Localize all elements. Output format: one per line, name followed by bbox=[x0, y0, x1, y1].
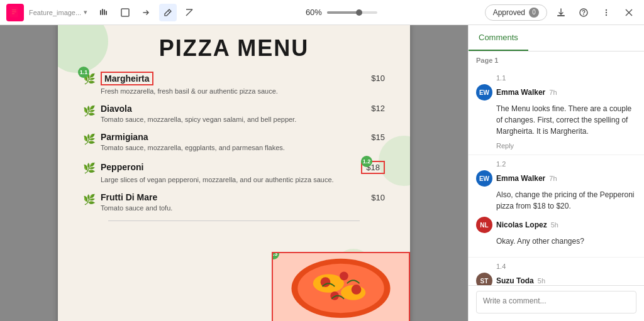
toolbar-center: 60% bbox=[203, 8, 479, 17]
avatar-nicolas: NL bbox=[476, 217, 492, 233]
svg-point-25 bbox=[321, 277, 331, 287]
comment-time-emma-2: 7h bbox=[549, 175, 557, 182]
menu-item-frutti: 🌿 Frutti Di Mare $10 Tomato sauce and to… bbox=[83, 192, 385, 213]
comment-time-emma-1: 7h bbox=[549, 89, 557, 96]
item-pepperoni-desc: Large slices of vegan pepperoni, mozzare… bbox=[101, 175, 385, 185]
item-frutti-content: Frutti Di Mare $10 Tomato sauce and tofu… bbox=[101, 192, 385, 213]
svg-point-17 bbox=[606, 14, 607, 15]
comment-input-area bbox=[469, 285, 644, 321]
svg-rect-2 bbox=[12, 11, 16, 13]
sidebar: Comments Page 1 1.1 EW Emma Walker 7h Th… bbox=[468, 25, 644, 321]
tab-comments[interactable]: Comments bbox=[469, 25, 528, 51]
svg-rect-7 bbox=[106, 11, 107, 15]
page-label: Page 1 bbox=[469, 52, 644, 67]
comment-item-suzu: ST Suzu Toda 5h Can we find another imag… bbox=[476, 273, 636, 285]
tab-bar: Comments bbox=[469, 25, 644, 51]
comments-list: 1.1 EW Emma Walker 7h The Menu looks fin… bbox=[469, 67, 644, 285]
comment-header-emma-1: EW Emma Walker 7h bbox=[476, 84, 636, 101]
menu-item-margheirta: 1.1 🌿 Margheirta $10 Fresh mozzarella, f… bbox=[83, 72, 385, 96]
pen-tool-button[interactable] bbox=[159, 4, 177, 21]
menu-divider bbox=[108, 220, 360, 221]
item-margheirta-name: Margheirta bbox=[101, 72, 153, 85]
comment-badge-1-2: 1.2 bbox=[361, 156, 372, 167]
hand-tool-button[interactable] bbox=[95, 4, 113, 21]
sidebar-header: Comments bbox=[469, 25, 644, 52]
comment-input[interactable] bbox=[476, 291, 636, 313]
main-area: PIZZA MENU 1.1 🌿 Margheirta $10 Fresh mo… bbox=[0, 25, 644, 321]
comment-item-emma-2: EW Emma Walker 7h Also, change the prici… bbox=[476, 170, 636, 212]
comment-header-nicolas: NL Nicolas Lopez 5h bbox=[476, 217, 636, 233]
reply-button-1-1[interactable]: Reply bbox=[496, 142, 636, 150]
svg-point-27 bbox=[352, 285, 362, 295]
zoom-percent: 60% bbox=[306, 8, 322, 17]
download-button[interactable] bbox=[552, 4, 570, 21]
comment-author-suzu: Suzu Toda bbox=[496, 276, 534, 285]
item-frutti-price: $10 bbox=[371, 193, 385, 202]
svg-line-9 bbox=[168, 11, 170, 13]
thread-number-1-1: 1.1 bbox=[496, 74, 636, 82]
file-name[interactable]: Feature_image... ▾ bbox=[29, 8, 87, 16]
document-area[interactable]: PIZZA MENU 1.1 🌿 Margheirta $10 Fresh mo… bbox=[0, 25, 468, 321]
avatar-suzu: ST bbox=[476, 273, 492, 285]
leaf-icon-5: 🌿 bbox=[83, 193, 96, 205]
comment-text-emma-2: Also, change the pricing of the Pepperon… bbox=[496, 189, 636, 212]
toolbar-left: Feature_image... ▾ bbox=[6, 4, 198, 21]
toolbar: Feature_image... ▾ 60% bbox=[0, 0, 644, 25]
comment-badge-1-1: 1.1 bbox=[78, 67, 89, 78]
svg-rect-6 bbox=[104, 9, 105, 15]
item-diavola-header: Diavola $12 bbox=[101, 104, 385, 114]
item-frutti-desc: Tomato sauce and tofu. bbox=[101, 204, 385, 213]
arrow-tool-button[interactable] bbox=[138, 4, 155, 21]
more-button[interactable] bbox=[597, 4, 615, 21]
item-frutti-name: Frutti Di Mare bbox=[101, 192, 157, 202]
avatar-emma-2: EW bbox=[476, 170, 492, 187]
toolbar-right: Approved 0 ? bbox=[485, 4, 638, 21]
svg-rect-3 bbox=[12, 13, 14, 14]
item-diavola-name: Diavola bbox=[101, 104, 132, 114]
comment-meta-nicolas: Nicolas Lopez 5h bbox=[496, 220, 558, 229]
comment-time-nicolas: 5h bbox=[551, 221, 558, 229]
item-pepperoni-name: Pepperoni bbox=[101, 162, 143, 172]
item-margheirta-price: $10 bbox=[371, 73, 385, 83]
comment-text-nicolas: Okay. Any other changes? bbox=[496, 236, 636, 247]
item-parmigiana-header: Parmigiana $15 bbox=[101, 132, 385, 142]
comment-thread-1-2: 1.2 EW Emma Walker 7h Also, change the p… bbox=[469, 155, 644, 258]
svg-line-10 bbox=[186, 9, 192, 16]
comment-author-emma-2: Emma Walker bbox=[496, 174, 545, 183]
item-diavola-price: $12 bbox=[371, 104, 385, 113]
leaf-icon-2: 🌿 bbox=[83, 105, 96, 117]
item-pepperoni-header: Pepperoni $18 bbox=[101, 161, 385, 174]
file-icon bbox=[6, 4, 24, 21]
close-button[interactable] bbox=[620, 4, 638, 21]
toolbar-tools bbox=[95, 4, 198, 21]
slash-tool-button[interactable] bbox=[180, 4, 198, 21]
item-margheirta-desc: Fresh mozzarella, fresh basil & our auth… bbox=[101, 87, 385, 96]
menu-item-parmigiana: 🌿 Parmigiana $15 Tomato sauce, mozzarell… bbox=[83, 132, 385, 153]
approved-button[interactable]: Approved 0 bbox=[485, 4, 547, 21]
comment-header-suzu: ST Suzu Toda 5h bbox=[476, 273, 636, 285]
approved-badge: 0 bbox=[529, 8, 539, 18]
svg-text:?: ? bbox=[582, 9, 586, 16]
comment-meta-emma-2: Emma Walker 7h bbox=[496, 174, 557, 183]
menu-items-list: 1.1 🌿 Margheirta $10 Fresh mozzarella, f… bbox=[83, 72, 385, 222]
comment-thread-1-4: 1.4 ST Suzu Toda 5h Can we find another … bbox=[469, 258, 644, 285]
item-frutti-header: Frutti Di Mare $10 bbox=[101, 192, 385, 202]
svg-rect-12 bbox=[557, 15, 565, 16]
svg-point-16 bbox=[606, 11, 607, 13]
comment-author-nicolas: Nicolas Lopez bbox=[496, 220, 547, 229]
menu-item-diavola: 🌿 Diavola $12 Tomato sauce, mozzarella, … bbox=[83, 104, 385, 124]
menu-title: PIZZA MENU bbox=[83, 35, 385, 62]
comment-header-emma-2: EW Emma Walker 7h bbox=[476, 170, 636, 187]
svg-rect-5 bbox=[102, 9, 103, 15]
frame-tool-button[interactable] bbox=[116, 4, 134, 21]
help-button[interactable]: ? bbox=[575, 4, 592, 21]
comment-time-suzu: 5h bbox=[538, 277, 545, 285]
menu-item-pepperoni: 1.2 🌿 Pepperoni $18 Large slices of vega… bbox=[83, 161, 385, 185]
comment-meta-suzu: Suzu Toda 5h bbox=[496, 276, 545, 285]
document-page: PIZZA MENU 1.1 🌿 Margheirta $10 Fresh mo… bbox=[58, 25, 410, 321]
zoom-slider[interactable] bbox=[327, 11, 377, 14]
item-pepperoni-content: Pepperoni $18 Large slices of vegan pepp… bbox=[101, 161, 385, 185]
svg-rect-8 bbox=[121, 9, 129, 16]
file-name-text: Feature_image... bbox=[29, 9, 81, 16]
comment-author-emma-1: Emma Walker bbox=[496, 88, 545, 97]
